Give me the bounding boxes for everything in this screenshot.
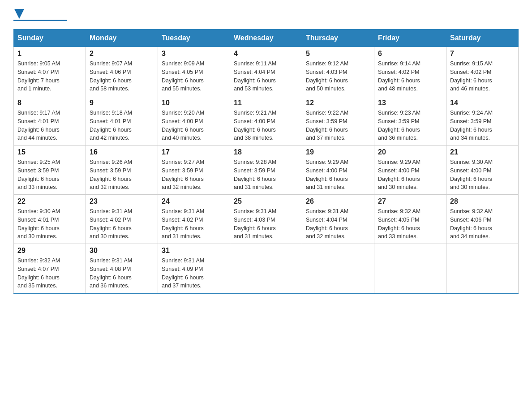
calendar-day-cell: 31 Sunrise: 9:31 AM Sunset: 4:09 PM Dayl…	[158, 244, 230, 294]
calendar-day-cell: 13 Sunrise: 9:23 AM Sunset: 3:59 PM Dayl…	[374, 96, 446, 146]
day-number: 7	[450, 50, 515, 58]
day-header-monday: Monday	[86, 30, 158, 47]
day-number: 30	[90, 247, 154, 255]
calendar-day-cell: 24 Sunrise: 9:31 AM Sunset: 4:02 PM Dayl…	[158, 195, 230, 244]
day-number: 24	[162, 197, 226, 206]
day-number: 31	[162, 247, 226, 255]
day-number: 8	[17, 99, 82, 107]
day-info: Sunrise: 9:18 AM Sunset: 4:01 PM Dayligh…	[90, 109, 154, 142]
day-number: 29	[17, 247, 82, 255]
day-number: 18	[234, 148, 298, 156]
calendar-day-cell: 16 Sunrise: 9:26 AM Sunset: 3:59 PM Dayl…	[86, 146, 158, 195]
day-number: 19	[306, 148, 370, 156]
day-number: 28	[450, 197, 515, 206]
day-header-wednesday: Wednesday	[230, 30, 302, 47]
day-header-thursday: Thursday	[302, 30, 374, 47]
day-number: 27	[378, 197, 442, 206]
calendar-day-cell: 19 Sunrise: 9:29 AM Sunset: 4:00 PM Dayl…	[302, 146, 374, 195]
day-info: Sunrise: 9:11 AM Sunset: 4:04 PM Dayligh…	[234, 60, 298, 93]
calendar-day-cell: 23 Sunrise: 9:31 AM Sunset: 4:02 PM Dayl…	[86, 195, 158, 244]
calendar-day-cell: 28 Sunrise: 9:32 AM Sunset: 4:06 PM Dayl…	[446, 195, 519, 244]
day-header-friday: Friday	[374, 30, 446, 47]
day-info: Sunrise: 9:31 AM Sunset: 4:02 PM Dayligh…	[162, 207, 226, 241]
calendar-day-cell: 29 Sunrise: 9:32 AM Sunset: 4:07 PM Dayl…	[14, 244, 86, 294]
calendar-table: SundayMondayTuesdayWednesdayThursdayFrid…	[13, 29, 519, 294]
day-number: 16	[90, 148, 154, 156]
day-info: Sunrise: 9:32 AM Sunset: 4:05 PM Dayligh…	[378, 207, 442, 241]
calendar-day-cell: 5 Sunrise: 9:12 AM Sunset: 4:03 PM Dayli…	[302, 47, 374, 96]
day-number: 14	[450, 99, 515, 107]
calendar-day-cell: 17 Sunrise: 9:27 AM Sunset: 3:59 PM Dayl…	[158, 146, 230, 195]
logo	[13, 9, 67, 20]
day-number: 20	[378, 148, 442, 156]
day-info: Sunrise: 9:25 AM Sunset: 3:59 PM Dayligh…	[17, 158, 82, 192]
day-number: 9	[90, 99, 154, 107]
day-info: Sunrise: 9:12 AM Sunset: 4:03 PM Dayligh…	[306, 60, 370, 93]
day-info: Sunrise: 9:31 AM Sunset: 4:02 PM Dayligh…	[90, 207, 154, 241]
day-info: Sunrise: 9:29 AM Sunset: 4:00 PM Dayligh…	[306, 158, 370, 192]
day-info: Sunrise: 9:30 AM Sunset: 4:01 PM Dayligh…	[17, 207, 82, 241]
calendar-day-cell: 27 Sunrise: 9:32 AM Sunset: 4:05 PM Dayl…	[374, 195, 446, 244]
calendar-day-cell: 10 Sunrise: 9:20 AM Sunset: 4:00 PM Dayl…	[158, 96, 230, 146]
day-info: Sunrise: 9:05 AM Sunset: 4:07 PM Dayligh…	[17, 60, 82, 93]
day-number: 4	[234, 50, 298, 58]
day-info: Sunrise: 9:09 AM Sunset: 4:05 PM Dayligh…	[162, 60, 226, 93]
day-header-tuesday: Tuesday	[158, 30, 230, 47]
day-info: Sunrise: 9:07 AM Sunset: 4:06 PM Dayligh…	[90, 60, 154, 93]
day-info: Sunrise: 9:15 AM Sunset: 4:02 PM Dayligh…	[450, 60, 515, 93]
day-info: Sunrise: 9:26 AM Sunset: 3:59 PM Dayligh…	[90, 158, 154, 192]
day-info: Sunrise: 9:30 AM Sunset: 4:00 PM Dayligh…	[450, 158, 515, 192]
calendar-week-row: 8 Sunrise: 9:17 AM Sunset: 4:01 PM Dayli…	[14, 96, 519, 146]
day-header-sunday: Sunday	[14, 30, 86, 47]
calendar-day-cell: 18 Sunrise: 9:28 AM Sunset: 3:59 PM Dayl…	[230, 146, 302, 195]
day-number: 25	[234, 197, 298, 206]
calendar-day-cell: 30 Sunrise: 9:31 AM Sunset: 4:08 PM Dayl…	[86, 244, 158, 294]
day-info: Sunrise: 9:14 AM Sunset: 4:02 PM Dayligh…	[378, 60, 442, 93]
calendar-day-cell: 25 Sunrise: 9:31 AM Sunset: 4:03 PM Dayl…	[230, 195, 302, 244]
page-header	[13, 9, 519, 20]
day-info: Sunrise: 9:28 AM Sunset: 3:59 PM Dayligh…	[234, 158, 298, 192]
calendar-day-cell: 22 Sunrise: 9:30 AM Sunset: 4:01 PM Dayl…	[14, 195, 86, 244]
calendar-day-cell	[446, 244, 519, 294]
day-info: Sunrise: 9:31 AM Sunset: 4:08 PM Dayligh…	[90, 257, 154, 290]
day-info: Sunrise: 9:21 AM Sunset: 4:00 PM Dayligh…	[234, 109, 298, 142]
day-info: Sunrise: 9:20 AM Sunset: 4:00 PM Dayligh…	[162, 109, 226, 142]
calendar-day-cell: 6 Sunrise: 9:14 AM Sunset: 4:02 PM Dayli…	[374, 47, 446, 96]
calendar-day-cell: 1 Sunrise: 9:05 AM Sunset: 4:07 PM Dayli…	[14, 47, 86, 96]
day-number: 21	[450, 148, 515, 156]
day-number: 15	[17, 148, 82, 156]
day-info: Sunrise: 9:31 AM Sunset: 4:04 PM Dayligh…	[306, 207, 370, 241]
day-info: Sunrise: 9:24 AM Sunset: 3:59 PM Dayligh…	[450, 109, 515, 142]
calendar-header-row: SundayMondayTuesdayWednesdayThursdayFrid…	[14, 30, 519, 47]
day-info: Sunrise: 9:29 AM Sunset: 4:00 PM Dayligh…	[378, 158, 442, 192]
day-number: 13	[378, 99, 442, 107]
day-info: Sunrise: 9:17 AM Sunset: 4:01 PM Dayligh…	[17, 109, 82, 142]
day-number: 3	[162, 50, 226, 58]
calendar-day-cell	[374, 244, 446, 294]
day-number: 11	[234, 99, 298, 107]
calendar-day-cell: 11 Sunrise: 9:21 AM Sunset: 4:00 PM Dayl…	[230, 96, 302, 146]
svg-marker-0	[14, 9, 24, 19]
calendar-day-cell: 14 Sunrise: 9:24 AM Sunset: 3:59 PM Dayl…	[446, 96, 519, 146]
calendar-day-cell: 21 Sunrise: 9:30 AM Sunset: 4:00 PM Dayl…	[446, 146, 519, 195]
calendar-day-cell: 9 Sunrise: 9:18 AM Sunset: 4:01 PM Dayli…	[86, 96, 158, 146]
day-info: Sunrise: 9:27 AM Sunset: 3:59 PM Dayligh…	[162, 158, 226, 192]
calendar-day-cell: 2 Sunrise: 9:07 AM Sunset: 4:06 PM Dayli…	[86, 47, 158, 96]
calendar-day-cell: 20 Sunrise: 9:29 AM Sunset: 4:00 PM Dayl…	[374, 146, 446, 195]
calendar-day-cell	[302, 244, 374, 294]
calendar-week-row: 15 Sunrise: 9:25 AM Sunset: 3:59 PM Dayl…	[14, 146, 519, 195]
calendar-day-cell: 8 Sunrise: 9:17 AM Sunset: 4:01 PM Dayli…	[14, 96, 86, 146]
day-info: Sunrise: 9:32 AM Sunset: 4:07 PM Dayligh…	[17, 257, 82, 290]
calendar-day-cell	[230, 244, 302, 294]
calendar-day-cell: 3 Sunrise: 9:09 AM Sunset: 4:05 PM Dayli…	[158, 47, 230, 96]
day-info: Sunrise: 9:22 AM Sunset: 3:59 PM Dayligh…	[306, 109, 370, 142]
day-info: Sunrise: 9:31 AM Sunset: 4:03 PM Dayligh…	[234, 207, 298, 241]
day-number: 23	[90, 197, 154, 206]
logo-triangle-icon	[14, 9, 24, 19]
day-header-saturday: Saturday	[446, 30, 519, 47]
day-number: 6	[378, 50, 442, 58]
logo-underline	[13, 20, 67, 21]
day-number: 22	[17, 197, 82, 206]
day-number: 2	[90, 50, 154, 58]
day-number: 12	[306, 99, 370, 107]
